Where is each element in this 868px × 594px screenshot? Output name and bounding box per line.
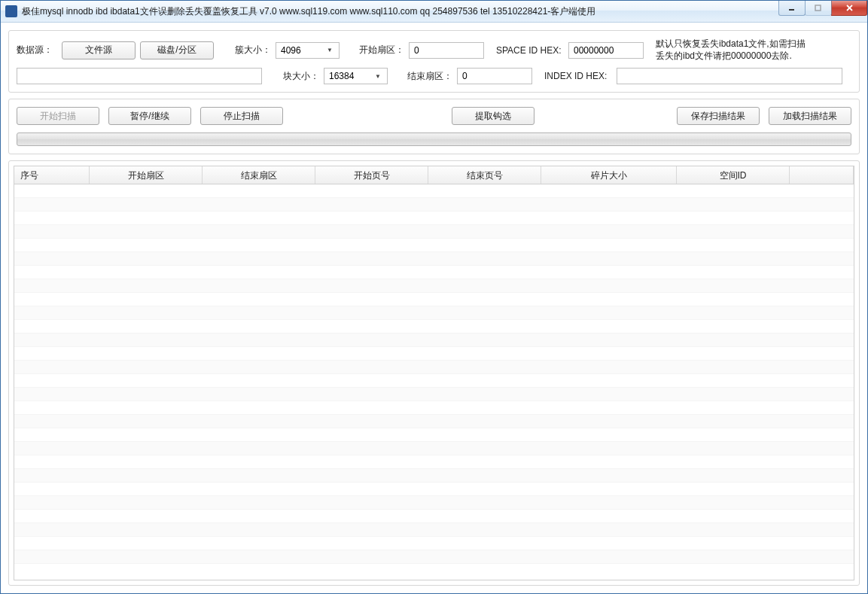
table-row[interactable] (14, 455, 854, 469)
table-row[interactable] (14, 334, 854, 347)
file-source-button[interactable]: 文件源 (62, 41, 136, 59)
pause-resume-button[interactable]: 暂停/继续 (108, 107, 191, 125)
minimize-button[interactable] (778, 1, 806, 16)
table-row[interactable] (14, 361, 854, 374)
extract-checked-button[interactable]: 提取钩选 (452, 107, 535, 125)
settings-panel: 数据源： 文件源 磁盘/分区 簇大小： 4096 ▼ 开始扇区： SPACE I… (8, 30, 860, 93)
col-space-id[interactable]: 空间ID (677, 166, 790, 184)
table-row[interactable] (14, 469, 854, 483)
table-row[interactable] (14, 306, 854, 320)
block-size-label: 块大小： (280, 70, 319, 83)
data-source-path-input[interactable] (17, 68, 262, 84)
table-row[interactable] (14, 212, 854, 225)
table-row[interactable] (14, 388, 854, 401)
titlebar[interactable]: 极佳mysql innodb ibd ibdata1文件误删除丢失覆盖恢复工具 … (1, 1, 867, 23)
maximize-icon (815, 5, 822, 12)
minimize-icon (788, 5, 796, 12)
table-row[interactable] (14, 320, 854, 334)
table-header: 序号 开始扇区 结束扇区 开始页号 结束页号 碎片大小 空间ID (14, 166, 854, 184)
end-sector-input[interactable] (457, 68, 532, 84)
table-row[interactable] (14, 415, 854, 428)
index-id-hex-input[interactable] (617, 68, 842, 84)
client-area: 数据源： 文件源 磁盘/分区 簇大小： 4096 ▼ 开始扇区： SPACE I… (1, 23, 867, 593)
app-icon (5, 5, 17, 17)
table-row[interactable] (14, 401, 854, 415)
space-id-hex-label: SPACE ID HEX: (496, 45, 564, 56)
progress-bar (17, 133, 851, 146)
index-id-hex-label: INDEX ID HEX: (544, 71, 612, 81)
block-size-combo[interactable]: 16384 ▼ (324, 68, 388, 84)
window-title: 极佳mysql innodb ibd ibdata1文件误删除丢失覆盖恢复工具 … (22, 5, 595, 18)
table-row[interactable] (14, 198, 854, 212)
hint-text: 默认只恢复丢失ibdata1文件,如需扫描丢失的ibd文件请把00000000去… (656, 38, 806, 62)
table-row[interactable] (14, 347, 854, 361)
table-row[interactable] (14, 442, 854, 455)
table-row[interactable] (14, 225, 854, 239)
table-row[interactable] (14, 510, 854, 523)
window-controls (779, 1, 867, 16)
col-end-page[interactable]: 结束页号 (428, 166, 541, 184)
col-extra[interactable] (790, 166, 854, 184)
table-row[interactable] (14, 550, 854, 564)
col-end-sector[interactable]: 结束扇区 (203, 166, 315, 184)
end-sector-label: 结束扇区： (406, 70, 452, 83)
start-sector-label: 开始扇区： (358, 44, 404, 56)
table-row[interactable] (14, 184, 854, 198)
block-size-value: 16384 (329, 71, 354, 81)
table-row[interactable] (14, 523, 854, 537)
svg-rect-1 (815, 5, 821, 11)
cluster-size-label: 簇大小： (232, 44, 271, 56)
cluster-size-value: 4096 (281, 45, 301, 56)
save-results-button[interactable]: 保存扫描结果 (677, 107, 760, 125)
space-id-hex-input[interactable] (568, 42, 644, 59)
table-row[interactable] (14, 279, 854, 293)
col-fragment-size[interactable]: 碎片大小 (541, 166, 677, 184)
start-sector-input[interactable] (409, 42, 484, 59)
dropdown-arrow-icon: ▼ (372, 70, 384, 82)
results-panel: 序号 开始扇区 结束扇区 开始页号 结束页号 碎片大小 空间ID (8, 160, 860, 586)
results-table: 序号 开始扇区 结束扇区 开始页号 结束页号 碎片大小 空间ID (14, 166, 854, 580)
stop-scan-button[interactable]: 停止扫描 (200, 107, 283, 125)
table-row[interactable] (14, 374, 854, 388)
app-window: 极佳mysql innodb ibd ibdata1文件误删除丢失覆盖恢复工具 … (0, 0, 868, 594)
table-row[interactable] (14, 496, 854, 510)
start-scan-button[interactable]: 开始扫描 (17, 107, 99, 125)
table-row[interactable] (14, 428, 854, 442)
maximize-button[interactable] (805, 1, 832, 16)
dropdown-arrow-icon: ▼ (324, 44, 336, 56)
table-row[interactable] (14, 537, 854, 550)
col-seq[interactable]: 序号 (14, 166, 90, 184)
table-row[interactable] (14, 252, 854, 266)
close-icon (845, 4, 854, 12)
disk-partition-button[interactable]: 磁盘/分区 (140, 41, 214, 59)
table-body[interactable] (14, 184, 854, 580)
table-row[interactable] (14, 483, 854, 496)
table-row[interactable] (14, 266, 854, 279)
col-start-sector[interactable]: 开始扇区 (90, 166, 203, 184)
col-start-page[interactable]: 开始页号 (315, 166, 428, 184)
cluster-size-combo[interactable]: 4096 ▼ (276, 42, 340, 59)
load-results-button[interactable]: 加载扫描结果 (769, 107, 851, 125)
table-row[interactable] (14, 239, 854, 252)
actions-panel: 开始扫描 暂停/继续 停止扫描 提取钩选 保存扫描结果 加载扫描结果 (8, 99, 860, 154)
table-row[interactable] (14, 293, 854, 306)
data-source-label: 数据源： (17, 44, 57, 56)
close-button[interactable] (831, 1, 867, 16)
